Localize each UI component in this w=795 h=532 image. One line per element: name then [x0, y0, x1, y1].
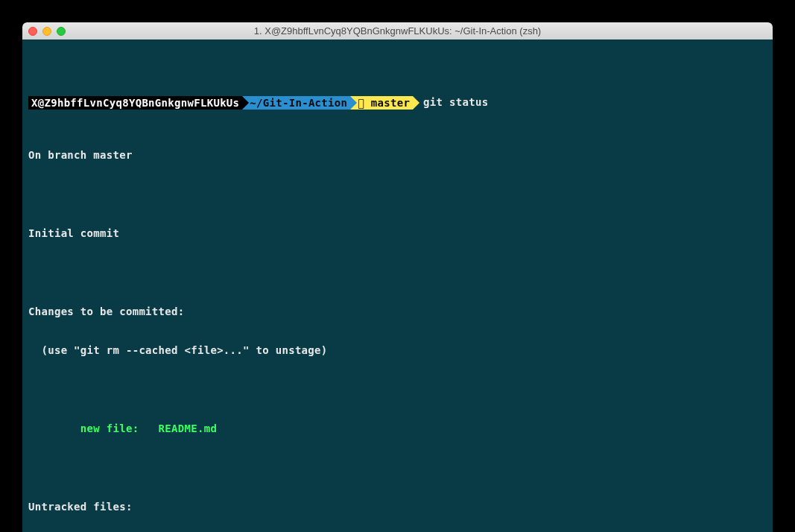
- minimize-icon[interactable]: [42, 27, 51, 36]
- titlebar[interactable]: 1. X@Z9hbffLvnCyq8YQBnGnkgnwFLKUkUs: ~/G…: [22, 22, 773, 39]
- command-input: git status: [413, 96, 488, 110]
- terminal-body[interactable]: X@Z9hbffLvnCyq8YQBnGnkgnwFLKUkUs ~/Git-I…: [22, 39, 773, 532]
- terminal-window: 1. X@Z9hbffLvnCyq8YQBnGnkgnwFLKUkUs: ~/G…: [22, 22, 773, 532]
- traffic-lights: [28, 27, 66, 36]
- git-branch-icon: : [358, 97, 364, 109]
- output-line: (use "git rm --cached <file>..." to unst…: [28, 344, 767, 358]
- output-line: On branch master: [28, 149, 767, 162]
- prompt-user-host: X@Z9hbffLvnCyq8YQBnGnkgnwFLKUkUs: [28, 96, 242, 110]
- prompt-line: X@Z9hbffLvnCyq8YQBnGnkgnwFLKUkUs ~/Git-I…: [28, 96, 767, 110]
- window-title: 1. X@Z9hbffLvnCyq8YQBnGnkgnwFLKUkUs: ~/G…: [22, 25, 773, 37]
- prompt-branch:  master: [350, 96, 413, 110]
- close-icon[interactable]: [28, 27, 37, 36]
- powerline-prompt: X@Z9hbffLvnCyq8YQBnGnkgnwFLKUkUs ~/Git-I…: [28, 96, 413, 110]
- staged-file: new file: README.md: [28, 422, 767, 436]
- output-line: Initial commit: [28, 227, 767, 241]
- prompt-path: ~/Git-In-Action: [242, 96, 350, 110]
- output-line: Changes to be committed:: [28, 305, 767, 319]
- zoom-icon[interactable]: [57, 27, 66, 36]
- output-line: Untracked files:: [28, 501, 767, 514]
